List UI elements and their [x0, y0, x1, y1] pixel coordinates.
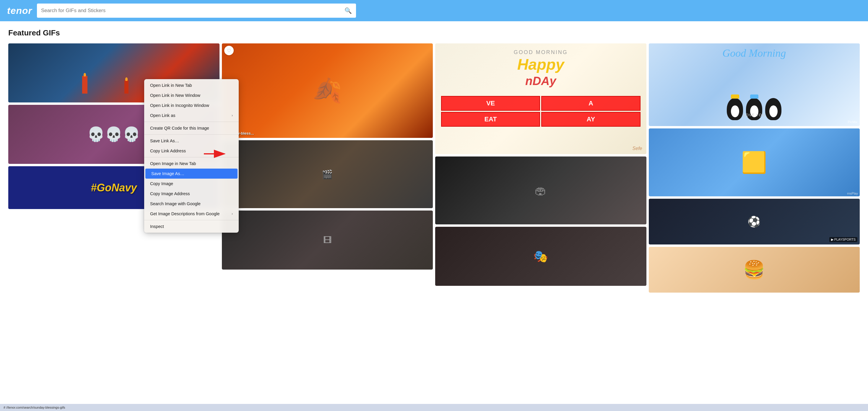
context-menu-inspect[interactable]: Inspect — [144, 221, 239, 231]
goodmorning-content: GOOD MORNING Happy nDAy VE A EAT AY — [435, 49, 646, 133]
film-cell-ve: VE — [441, 96, 540, 111]
good-morning-cursive: Good Morning — [649, 47, 860, 59]
person-icon: 🎭 — [533, 250, 548, 263]
film-strip: VE A EAT AY — [435, 90, 646, 133]
separator-2 — [144, 134, 239, 135]
gif-item-spongebob[interactable]: 🟨 rnsPlay — [649, 128, 860, 196]
context-menu-save-link-as[interactable]: Save Link As… — [144, 136, 239, 146]
context-menu-open-new-tab[interactable]: Open Link in New Tab — [144, 80, 239, 90]
nday-container: nDAy — [435, 74, 646, 88]
copy-image-address-label: Copy Image Address — [150, 191, 190, 196]
heart-button[interactable]: ♡ — [224, 46, 234, 55]
film-cell-eat: EAT — [441, 112, 540, 127]
gif-item-goodmorning[interactable]: GOOD MORNING Happy nDAy VE A EAT AY Sefe — [435, 43, 646, 154]
search-icon[interactable]: 🔍 — [344, 7, 352, 14]
gif-item-person[interactable]: 🎭 — [435, 227, 646, 286]
movie-icon: 🎬 — [322, 169, 333, 180]
gif-item-sports2[interactable]: ⚽ ▶ PLAYSPORTS — [649, 199, 860, 245]
penguin-hat-1 — [731, 94, 739, 99]
context-menu-open-image[interactable]: Open Image in New Tab — [144, 159, 239, 168]
love-you-text: LOVE YOU — [649, 113, 860, 117]
gif-item-movie[interactable]: 🎬 — [222, 140, 433, 208]
search-bar: 🔍 — [37, 4, 356, 18]
create-qr-label: Create QR Code for this Image — [150, 126, 209, 130]
signature: Sefe — [632, 146, 642, 151]
context-menu-copy-link[interactable]: Copy Link Address — [144, 146, 239, 156]
penguin-hat-2 — [750, 94, 758, 99]
copy-image-label: Copy Image — [150, 181, 173, 186]
tenor-logo: tenor — [7, 5, 32, 16]
context-menu-save-image-as[interactable]: Save Image As… — [145, 168, 238, 179]
open-image-label: Open Image in New Tab — [150, 161, 196, 166]
get-descriptions-label: Get Image Descriptions from Google — [150, 212, 219, 216]
gif-item-autumn[interactable]: 🍂 ♡ #sunday-bless... — [222, 43, 433, 138]
context-menu-copy-image[interactable]: Copy Image — [144, 179, 239, 189]
copy-link-label: Copy Link Address — [150, 149, 186, 153]
sports-icon: 🏟 — [535, 184, 547, 197]
separator-3 — [144, 157, 239, 157]
get-descriptions-arrow: › — [231, 212, 233, 216]
good-morning-label: GOOD MORNING — [435, 49, 646, 56]
separator-1 — [144, 122, 239, 122]
separator-4 — [144, 220, 239, 220]
open-link-as-label: Open Link as — [150, 113, 175, 118]
inspect-label: Inspect — [150, 224, 164, 229]
candle-flame-2 — [125, 77, 128, 81]
context-menu-open-new-window[interactable]: Open Link in New Window — [144, 90, 239, 100]
film-cell-a: A — [541, 96, 640, 111]
film-icon: 🎞 — [323, 235, 332, 245]
context-menu-open-incognito[interactable]: Open Link in Incognito Window — [144, 100, 239, 110]
gif-grid: 💀💀💀 #GoNavy 🍂 ♡ #sunday-bless... 🎬 — [8, 43, 860, 293]
skull-icons: 💀💀💀 — [87, 126, 140, 143]
gif-item-penguins[interactable]: Good Morning LOVE YOU PicMix — [649, 43, 860, 126]
open-new-window-label: Open Link in New Window — [150, 93, 200, 98]
search-google-label: Search Image with Google — [150, 201, 200, 206]
food-icon: 🍔 — [743, 259, 765, 280]
film-cell-ay: AY — [541, 112, 640, 127]
save-image-as-label: Save Image As… — [151, 171, 184, 176]
open-new-tab-label: Open Link in New Tab — [150, 83, 192, 88]
status-bar: # //tenor.com/search/sunday-blessings-gi… — [0, 404, 868, 411]
gif-item-old-movie[interactable]: 🎞 — [222, 211, 433, 270]
context-menu: Open Link in New Tab Open Link in New Wi… — [144, 79, 239, 233]
bottom-pair: ⚽ ▶ PLAYSPORTS 🍔 — [649, 199, 860, 293]
context-menu-copy-image-address[interactable]: Copy Image Address — [144, 189, 239, 199]
picmix-watermark: PicMix — [848, 120, 857, 124]
context-menu-get-descriptions[interactable]: Get Image Descriptions from Google › — [144, 209, 239, 219]
context-menu-open-link-as[interactable]: Open Link as › — [144, 110, 239, 121]
header: tenor 🔍 — [0, 0, 868, 21]
happy-text: Happy — [435, 56, 646, 73]
candle-flame-1 — [84, 73, 86, 76]
gif-column-4: Good Morning LOVE YOU PicMix 🟨 rnsPlay ⚽… — [649, 43, 860, 293]
open-incognito-label: Open Link in Incognito Window — [150, 103, 209, 108]
main-content: Featured GIFs 💀💀💀 — [0, 21, 868, 411]
autumn-leaves: 🍂 — [313, 77, 342, 104]
gif-column-3: GOOD MORNING Happy nDAy VE A EAT AY Sefe — [435, 43, 646, 293]
status-url: # //tenor.com/search/sunday-blessings-gi… — [4, 406, 65, 409]
open-link-as-arrow: › — [231, 114, 233, 118]
candle-2 — [124, 80, 128, 94]
context-menu-create-qr[interactable]: Create QR Code for this Image — [144, 123, 239, 133]
save-link-as-label: Save Link As… — [150, 138, 179, 143]
gif-item-food[interactable]: 🍔 — [649, 247, 860, 293]
section-title: Featured GIFs — [8, 28, 860, 37]
gif-column-2: 🍂 ♡ #sunday-bless... 🎬 🎞 — [222, 43, 433, 293]
sports2-icon: ⚽ — [747, 216, 761, 228]
context-menu-search-google[interactable]: Search Image with Google — [144, 199, 239, 209]
nday-text: nDAy — [525, 74, 556, 87]
rnsplay-watermark: rnsPlay — [847, 192, 858, 195]
playsports-badge: ▶ PLAYSPORTS — [829, 237, 857, 242]
search-input[interactable] — [41, 8, 344, 13]
gonavy-text: #GoNavy — [91, 182, 137, 194]
gif-item-sports[interactable]: 🏟 — [435, 157, 646, 224]
spongebob-icon: 🟨 — [741, 150, 767, 175]
candle-1 — [82, 76, 88, 94]
